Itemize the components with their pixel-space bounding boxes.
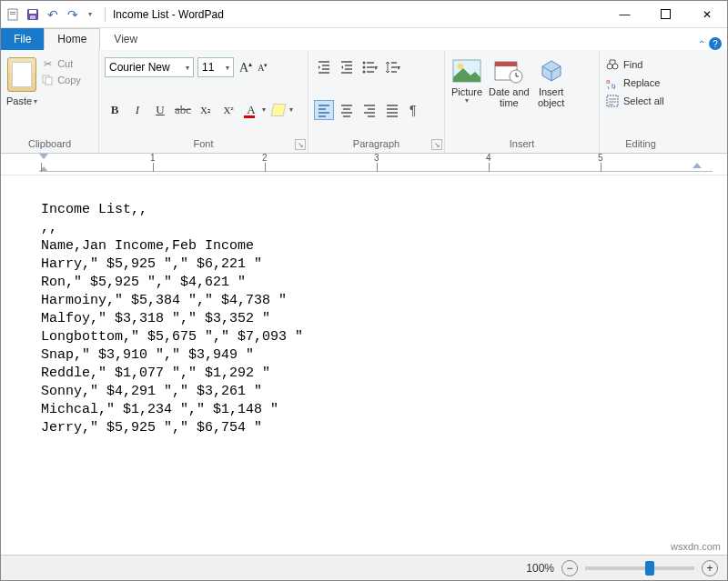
ruler-mark: 5 (598, 154, 603, 163)
font-name-combo[interactable]: Courier New ▾ (105, 57, 194, 77)
subscript-button[interactable]: X₂ (196, 100, 216, 120)
bold-button[interactable]: B (105, 100, 125, 120)
italic-button[interactable]: I (127, 100, 147, 120)
chevron-down-icon: ▾ (226, 64, 229, 72)
insert-picture-button[interactable]: Picture ▾ (450, 57, 483, 105)
save-icon[interactable] (25, 6, 41, 23)
selectall-label: Select all (623, 95, 664, 106)
underline-button[interactable]: U (150, 100, 170, 120)
object-label2: object (538, 97, 564, 108)
svg-rect-1 (10, 12, 15, 13)
object-label1: Insert (539, 86, 564, 97)
titlebar: ↶ ↷ ▾ Income List - WordPad — ✕ (1, 1, 727, 28)
font-name-value: Courier New (109, 61, 170, 74)
align-center-button[interactable] (337, 100, 357, 120)
font-size-combo[interactable]: 11 ▾ (197, 57, 234, 77)
window-title: Income List - WordPad (111, 8, 604, 21)
paste-icon (7, 57, 36, 92)
calendar-icon (492, 57, 525, 85)
font-size-value: 11 (202, 61, 214, 74)
highlight-button[interactable] (268, 100, 288, 120)
close-button[interactable]: ✕ (686, 1, 727, 28)
insert-datetime-button[interactable]: Date and time (489, 57, 530, 108)
editing-group-label: Editing (605, 138, 676, 153)
select-all-button[interactable]: Select all (605, 94, 676, 108)
svg-rect-5 (30, 15, 35, 19)
object-icon (535, 57, 568, 85)
svg-rect-8 (46, 77, 52, 85)
status-bar: 100% − + (1, 555, 727, 580)
document-area[interactable]: Income List,, ,, Name,Jan Income,Feb Inc… (1, 175, 727, 555)
right-indent-marker[interactable] (693, 163, 702, 168)
ribbon-tabs: File Home View ⌃ ? (1, 28, 727, 50)
svg-text:a: a (606, 77, 611, 85)
undo-icon[interactable]: ↶ (45, 6, 61, 23)
zoom-in-button[interactable]: + (702, 560, 718, 576)
paste-button[interactable]: Paste▾ (6, 54, 37, 106)
align-left-button[interactable] (314, 100, 334, 120)
zoom-value: 100% (526, 562, 554, 575)
justify-button[interactable] (382, 100, 402, 120)
maximize-button[interactable] (645, 1, 686, 28)
align-right-button[interactable] (359, 100, 379, 120)
help-icon[interactable]: ? (709, 37, 722, 50)
qat-customize-icon[interactable]: ▾ (85, 10, 96, 18)
scissors-icon: ✂ (41, 57, 54, 70)
zoom-slider[interactable] (585, 566, 694, 570)
font-color-button[interactable]: A (241, 100, 261, 120)
ruler-mark: 2 (262, 154, 268, 163)
find-button[interactable]: Find (605, 57, 676, 72)
ruler-mark: 3 (374, 154, 379, 163)
shrink-font-button[interactable]: A▾ (256, 62, 269, 73)
strikethrough-button[interactable]: abc (173, 100, 193, 120)
tab-home[interactable]: Home (44, 28, 100, 50)
svg-point-10 (363, 66, 366, 69)
redo-icon[interactable]: ↷ (65, 6, 81, 23)
svg-point-18 (607, 64, 612, 69)
binoculars-icon (605, 57, 620, 72)
font-dialog-launcher[interactable]: ↘ (295, 139, 306, 150)
copy-icon (41, 74, 54, 86)
chevron-down-icon: ▾ (186, 64, 189, 72)
svg-rect-2 (10, 14, 15, 15)
doc-menu-icon[interactable] (5, 6, 21, 23)
zoom-slider-thumb[interactable] (645, 561, 654, 576)
collapse-ribbon-icon[interactable]: ⌃ (698, 39, 705, 49)
decrease-indent-button[interactable] (314, 57, 334, 77)
svg-rect-6 (662, 10, 671, 19)
document-text[interactable]: Income List,, ,, Name,Jan Income,Feb Inc… (41, 201, 727, 437)
separator (105, 7, 106, 22)
increase-indent-button[interactable] (337, 57, 357, 77)
copy-button[interactable]: Copy (41, 74, 81, 86)
picture-icon (450, 57, 483, 85)
superscript-button[interactable]: X² (218, 100, 238, 120)
chevron-down-icon[interactable]: ▾ (262, 105, 266, 114)
tab-file[interactable]: File (1, 28, 44, 50)
group-font: Courier New ▾ 11 ▾ A▴ A▾ B I U abc X₂ X²… (99, 50, 308, 153)
ruler[interactable]: 1 2 3 4 5 (1, 154, 727, 175)
zoom-out-button[interactable]: − (561, 560, 578, 576)
paragraph-mark-button[interactable]: ¶ (405, 100, 425, 120)
paragraph-group-label: Paragraph (314, 138, 439, 153)
ruler-mark: 1 (150, 154, 156, 163)
copy-label: Copy (57, 75, 81, 85)
replace-button[interactable]: ab Replace (605, 75, 676, 90)
quick-access-toolbar: ↶ ↷ ▾ (1, 6, 99, 23)
svg-point-11 (363, 71, 366, 74)
insert-group-label: Insert (450, 138, 593, 153)
replace-icon: ab (605, 75, 620, 90)
line-spacing-button[interactable]: ▾ (382, 57, 402, 77)
insert-object-button[interactable]: Insert object (535, 57, 568, 108)
select-all-icon (605, 94, 620, 108)
watermark: wsxdn.com (671, 541, 721, 552)
paragraph-dialog-launcher[interactable]: ↘ (431, 139, 442, 150)
minimize-button[interactable]: — (604, 1, 645, 28)
tab-view[interactable]: View (100, 28, 151, 50)
svg-point-19 (612, 64, 618, 69)
replace-label: Replace (623, 77, 660, 88)
bullets-button[interactable]: ▾ (359, 57, 379, 77)
grow-font-button[interactable]: A▴ (238, 60, 254, 75)
chevron-down-icon[interactable]: ▾ (289, 105, 293, 114)
window-controls: — ✕ (604, 1, 727, 28)
cut-button[interactable]: ✂ Cut (41, 57, 81, 70)
